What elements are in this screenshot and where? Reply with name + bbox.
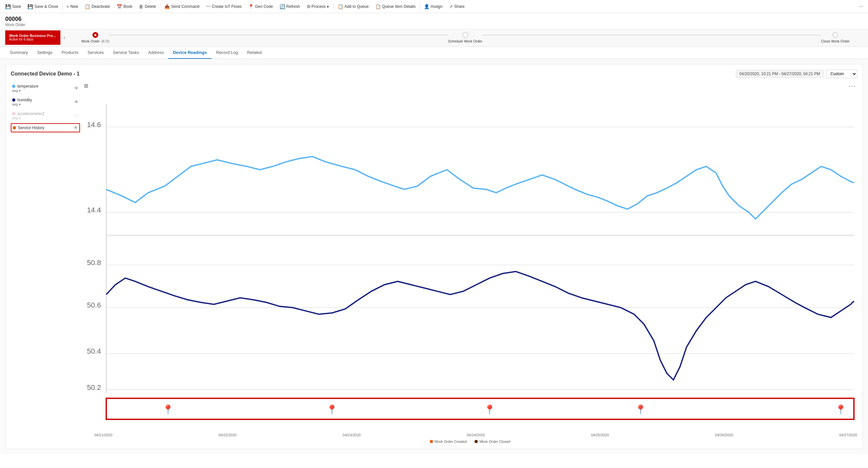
stage-connector-2 bbox=[482, 35, 821, 35]
add-to-queue-button[interactable]: 📋 Add to Queue bbox=[334, 0, 372, 13]
date-range-label: 04/20/2020, 10:21 PM - 04/27/2020, 04:21… bbox=[736, 70, 824, 78]
book-icon: 📅 bbox=[117, 4, 122, 9]
tab-products[interactable]: Products bbox=[57, 47, 83, 59]
tab-settings[interactable]: Settings bbox=[33, 47, 57, 59]
active-stage-pill[interactable]: Work Order Business Pro... Active for 6 … bbox=[5, 30, 60, 45]
stage-bar: Work Order Business Pro... Active for 6 … bbox=[0, 28, 868, 47]
device-panel-header: Connected Device Demo - 1 04/20/2020, 10… bbox=[11, 69, 857, 78]
new-button[interactable]: + New bbox=[63, 0, 81, 13]
process-dropdown-icon[interactable]: ▼ bbox=[326, 5, 330, 8]
legend-dot-row-humidity: humidity bbox=[12, 98, 32, 102]
process-icon: ⚙ bbox=[307, 4, 311, 9]
created-dot bbox=[430, 440, 433, 443]
content-area: Connected Device Demo - 1 04/20/2020, 10… bbox=[0, 59, 868, 454]
marker-3: 📍 bbox=[484, 404, 496, 415]
stage-label-3: Close Work Order bbox=[821, 39, 850, 43]
assign-button[interactable]: 👤 Assign bbox=[421, 0, 446, 13]
date-range-select[interactable]: Custom Last Hour Last Day Last Week bbox=[826, 69, 857, 78]
x-label-6: 04/26/2020 bbox=[715, 433, 733, 437]
svg-text:50.4: 50.4 bbox=[87, 347, 101, 355]
accel-label: accelerometerZ bbox=[17, 112, 44, 116]
stage-step-1[interactable]: Work Order (6 D) bbox=[81, 32, 110, 43]
save-icon: 💾 bbox=[5, 4, 11, 9]
tab-address[interactable]: Address bbox=[144, 47, 168, 59]
tab-summary[interactable]: Summary bbox=[5, 47, 33, 59]
layer-icon[interactable]: ⊞ bbox=[84, 83, 88, 89]
book-button[interactable]: 📅 Book bbox=[113, 0, 135, 13]
save-button[interactable]: 💾 Save bbox=[2, 0, 24, 13]
humidity-visibility-icon[interactable]: 👁 bbox=[74, 99, 79, 105]
created-label: Work Order Created bbox=[435, 440, 467, 443]
refresh-icon: 🔄 bbox=[280, 4, 285, 9]
toolbar-separator-2 bbox=[160, 3, 160, 10]
stage-step-3[interactable]: Close Work Order bbox=[821, 32, 850, 43]
marker-4: 📍 bbox=[635, 404, 647, 415]
stage-nav-left[interactable]: ‹ bbox=[60, 30, 68, 45]
legend-left-temperature: temperature avg ▾ bbox=[12, 84, 38, 92]
geo-code-button[interactable]: 📍 Geo Code bbox=[245, 0, 276, 13]
more-icon: ⋯ bbox=[859, 4, 863, 9]
svg-text:14.4: 14.4 bbox=[87, 206, 101, 214]
accel-visibility-icon[interactable]: 👁 bbox=[74, 113, 79, 118]
stage-circle-3 bbox=[832, 32, 838, 38]
stage-steps: Work Order (6 D) Schedule Work Order Clo… bbox=[68, 32, 863, 43]
service-history-bar bbox=[106, 399, 854, 419]
humidity-dot bbox=[12, 98, 16, 101]
refresh-button[interactable]: 🔄 Refresh bbox=[276, 0, 303, 13]
temperature-label: temperature bbox=[17, 84, 38, 89]
new-icon: + bbox=[66, 4, 69, 9]
record-header: 00006 Work Order bbox=[0, 13, 868, 28]
device-title: Connected Device Demo - 1 bbox=[11, 71, 80, 77]
tab-service-tasks[interactable]: Service Tasks bbox=[108, 47, 144, 59]
chart-svg-wrapper: 14.6 14.4 50.8 50.6 50.4 50.2 bbox=[83, 91, 857, 432]
svg-text:50.2: 50.2 bbox=[87, 383, 101, 391]
chart-more-icon[interactable]: ··· bbox=[848, 82, 856, 90]
queue-item-details-button[interactable]: 📋 Queue Item Details bbox=[372, 0, 419, 13]
legend-item-accelerometerz[interactable]: accelerometerZ avg ▾ 👁 bbox=[11, 110, 80, 122]
legend-dot-row-accel: accelerometerZ bbox=[12, 112, 44, 116]
stage-label-1: Work Order (6 D) bbox=[81, 39, 110, 43]
send-command-icon: 📤 bbox=[164, 4, 170, 9]
temperature-visibility-icon[interactable]: 👁 bbox=[74, 86, 79, 91]
share-button[interactable]: ↗ Share bbox=[446, 0, 468, 13]
geo-icon: 📍 bbox=[248, 4, 254, 9]
device-panel: Connected Device Demo - 1 04/20/2020, 10… bbox=[5, 64, 863, 449]
legend-dot-row-temperature: temperature bbox=[12, 84, 38, 89]
legend-item-service-history[interactable]: Service History 👁 bbox=[11, 123, 80, 133]
humidity-line bbox=[106, 271, 854, 380]
deactivate-button[interactable]: 📋 Deactivate bbox=[81, 0, 113, 13]
active-stage-label: Work Order Business Pro... bbox=[9, 34, 56, 37]
stage-label-2: Schedule Work Order bbox=[448, 39, 483, 43]
footer-legend-closed: Work Order Closed bbox=[474, 440, 510, 443]
date-range-container: 04/20/2020, 10:21 PM - 04/27/2020, 04:21… bbox=[736, 69, 857, 78]
legend-item-temperature[interactable]: temperature avg ▾ 👁 bbox=[11, 82, 80, 94]
send-command-button[interactable]: 📤 Send Command bbox=[161, 0, 203, 13]
temperature-chevron-icon[interactable]: ▾ bbox=[19, 89, 21, 92]
tab-record-log[interactable]: Record Log bbox=[212, 47, 243, 59]
tab-related[interactable]: Related bbox=[243, 47, 267, 59]
create-iot-flows-button[interactable]: 〰 Create IoT Flows bbox=[203, 0, 245, 13]
footer-legend-created: Work Order Created bbox=[430, 440, 467, 443]
process-button[interactable]: ⚙ Process ▼ bbox=[303, 0, 333, 13]
tab-services[interactable]: Services bbox=[83, 47, 108, 59]
stage-circle-2 bbox=[462, 32, 468, 38]
save-close-button[interactable]: 💾 Save & Close bbox=[24, 0, 61, 13]
humidity-chevron-icon[interactable]: ▾ bbox=[19, 103, 21, 106]
temperature-agg: avg ▾ bbox=[12, 89, 38, 92]
legend-item-humidity[interactable]: humidity avg ▾ 👁 bbox=[11, 96, 80, 108]
service-history-visibility-icon[interactable]: 👁 bbox=[73, 125, 78, 130]
tab-device-readings[interactable]: Device Readings bbox=[168, 47, 211, 59]
stage-circle-1 bbox=[92, 32, 98, 38]
marker-1: 📍 bbox=[162, 404, 174, 415]
more-button[interactable]: ⋯ bbox=[856, 0, 866, 13]
share-icon: ↗ bbox=[449, 4, 453, 9]
legend-dot-row-service-history: Service History bbox=[13, 125, 44, 130]
x-label-7: 04/27/2020 bbox=[839, 433, 857, 437]
delete-button[interactable]: 🗑 Delete bbox=[135, 0, 159, 13]
toolbar-separator-4 bbox=[420, 3, 420, 10]
accel-chevron-icon[interactable]: ▾ bbox=[19, 116, 21, 120]
x-label-3: 04/23/2020 bbox=[343, 433, 361, 437]
stage-step-2[interactable]: Schedule Work Order bbox=[448, 32, 483, 43]
chart-container: temperature avg ▾ 👁 humidity bbox=[11, 82, 857, 443]
active-stage-sub: Active for 6 days bbox=[9, 37, 56, 41]
